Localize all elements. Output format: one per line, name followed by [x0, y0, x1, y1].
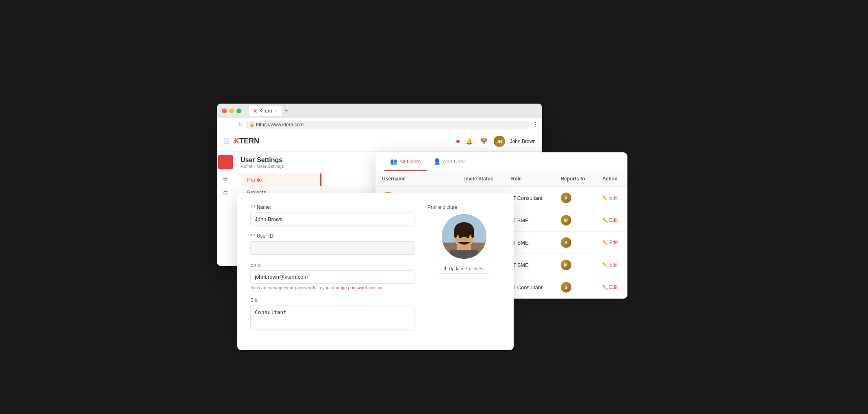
new-tab-button[interactable]: +	[284, 107, 288, 115]
cell-reports-2: S	[554, 232, 596, 254]
name-input[interactable]	[250, 212, 414, 226]
reload-button[interactable]: ↻	[238, 121, 243, 128]
profile-picture	[442, 214, 486, 259]
tab-add-user[interactable]: 👤 Add User	[427, 152, 471, 171]
browser-titlebar: K KTern × +	[217, 104, 542, 118]
form-layout: * * Name: * * User ID: Email:	[250, 204, 501, 339]
userid-input[interactable]	[250, 241, 414, 255]
edit-icon-0: ✏️	[602, 195, 608, 201]
name-label: * * Name:	[250, 204, 414, 210]
forward-button[interactable]: →	[229, 121, 235, 128]
password-hint: You can manage your passwords in your ch…	[250, 285, 414, 290]
edit-button-3[interactable]: ✏️ Edit	[602, 262, 621, 268]
email-field-group: Email: You can manage your passwords in …	[250, 262, 414, 290]
sidebar-icon-1[interactable]: ⊞	[220, 173, 231, 184]
close-traffic-light[interactable]	[222, 108, 227, 113]
bio-field-group: Bio: Consultant	[250, 297, 414, 332]
address-bar[interactable]: 🔒 https://www.ktern.com	[246, 121, 529, 129]
edit-button-0[interactable]: ✏️ Edit	[602, 195, 621, 201]
profile-panel: * * Name: * * User ID: Email:	[237, 193, 514, 350]
edit-button-4[interactable]: ✏️ Edit	[602, 284, 621, 290]
browser-tab[interactable]: K KTern ×	[249, 106, 282, 116]
sidebar-red-block[interactable]	[218, 155, 233, 169]
col-action: Action	[596, 171, 627, 187]
svg-rect-7	[454, 230, 457, 238]
upload-icon: ⬆	[443, 266, 447, 271]
cell-action-0: ✏️ Edit	[596, 187, 627, 209]
svg-rect-12	[450, 250, 478, 259]
reports-avatar-0: V	[561, 193, 571, 203]
back-button[interactable]: ←	[220, 121, 226, 128]
tab-all-users[interactable]: 👥 All Users	[384, 152, 427, 171]
reports-avatar-3: M	[561, 260, 571, 270]
header-icons: 🔔 📅 JB John Brown	[456, 136, 536, 147]
edit-icon-1: ✏️	[602, 218, 608, 223]
col-role: Role	[505, 171, 554, 187]
cell-action-3: ✏️ Edit	[596, 254, 627, 276]
userid-field-group: * * User ID:	[250, 233, 414, 255]
breadcrumb-home[interactable]: Home	[241, 164, 252, 169]
change-password-link[interactable]: change password section	[332, 285, 382, 290]
email-input[interactable]	[250, 270, 414, 284]
add-user-tab-icon: 👤	[434, 158, 441, 165]
minimize-traffic-light[interactable]	[229, 108, 234, 113]
svg-point-6	[454, 222, 474, 237]
userid-required-star: *	[250, 233, 252, 239]
sidebar-icon-2[interactable]: ⊟	[220, 187, 231, 199]
bio-textarea[interactable]: Consultant	[250, 306, 414, 330]
cell-reports-1: W	[554, 209, 596, 232]
address-text: https://www.ktern.com	[256, 122, 304, 128]
tab-favicon: K	[254, 108, 257, 113]
browser-tab-area: K KTern × +	[249, 106, 537, 116]
notification-red-dot	[456, 140, 460, 143]
maximize-traffic-light[interactable]	[237, 108, 241, 113]
logo-k: K	[234, 137, 239, 145]
edit-button-1[interactable]: ✏️ Edit	[602, 217, 621, 223]
hamburger-menu-icon[interactable]: ☰	[224, 137, 229, 145]
more-options-button[interactable]: ⋮	[532, 121, 539, 128]
cell-action-4: ✏️ Edit	[596, 276, 627, 299]
user-avatar-header[interactable]: JB	[494, 136, 505, 147]
calendar-icon[interactable]: 📅	[479, 137, 489, 146]
userid-label: * * User ID:	[250, 233, 414, 239]
breadcrumb-separator: /	[254, 164, 255, 169]
tab-title: KTern	[259, 108, 272, 114]
edit-button-2[interactable]: ✏️ Edit	[602, 240, 621, 245]
avatar-svg	[442, 214, 486, 259]
cell-reports-4: S	[554, 276, 596, 299]
name-field-group: * * Name:	[250, 204, 414, 226]
ktern-logo: KTERN	[234, 137, 259, 145]
svg-rect-8	[471, 230, 474, 238]
svg-point-9	[459, 236, 462, 238]
lock-icon: 🔒	[250, 122, 254, 127]
browser-addressbar: ← → ↻ 🔒 https://www.ktern.com ⋮	[217, 118, 542, 131]
form-fields: * * Name: * * User ID: Email:	[250, 204, 414, 339]
logo-tern: TERN	[239, 137, 259, 145]
col-username: Username	[375, 171, 458, 187]
cell-reports-0: V	[554, 187, 596, 209]
header-username: John Brown	[510, 139, 536, 144]
breadcrumb-current: User Settings	[257, 164, 284, 169]
cell-reports-3: M	[554, 254, 596, 276]
users-panel-tabs: 👥 All Users 👤 Add User	[375, 152, 627, 171]
profile-picture-section: Profile picture	[427, 204, 501, 339]
svg-point-11	[463, 239, 465, 241]
name-required-star: *	[250, 204, 252, 210]
profile-pic-container	[442, 214, 486, 259]
nav-item-profile[interactable]: Profile	[241, 173, 321, 186]
app-header: ☰ KTERN 🔔 📅 JB John Brown	[217, 131, 542, 152]
edit-icon-2: ✏️	[602, 240, 608, 245]
edit-icon-4: ✏️	[602, 285, 608, 290]
tab-close-icon[interactable]: ×	[274, 109, 277, 113]
bell-icon[interactable]: 🔔	[464, 137, 474, 146]
col-reports-to: Reports to	[554, 171, 596, 187]
svg-point-10	[467, 236, 469, 238]
cell-action-2: ✏️ Edit	[596, 232, 627, 254]
all-users-tab-icon: 👥	[390, 158, 397, 165]
sidebar: ⊞ ⊟	[217, 152, 234, 266]
reports-avatar-2: S	[561, 237, 571, 248]
update-profile-pic-button[interactable]: ⬆ Update Profile Pic	[439, 263, 489, 274]
bio-label: Bio:	[250, 297, 414, 303]
profile-pic-label: Profile picture	[427, 204, 457, 210]
email-label: Email:	[250, 262, 414, 268]
